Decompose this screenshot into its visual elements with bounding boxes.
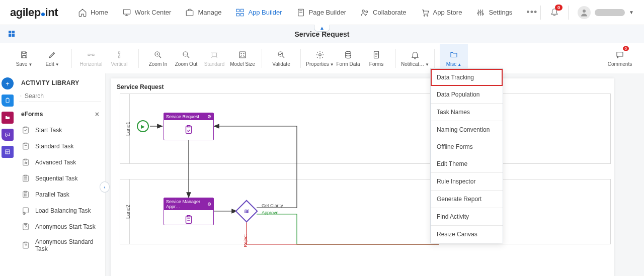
svg-point-13	[482, 13, 484, 15]
menu-data-population[interactable]: Data Population	[431, 86, 503, 103]
svg-point-29	[346, 51, 351, 54]
svg-rect-18	[12, 34, 15, 36]
layout-icon	[5, 149, 11, 155]
comments-badge: 0	[623, 46, 629, 51]
search-input[interactable]	[25, 93, 100, 100]
menu-find-activity[interactable]: Find Activity	[431, 208, 503, 225]
edit-button[interactable]: Edit▼	[38, 44, 66, 72]
task-service-request[interactable]: Service Request⚙	[164, 113, 214, 140]
collapse-sidebar-knob[interactable]: ‹	[100, 181, 110, 193]
menu-rule-inspector[interactable]: Rule Inspector	[431, 173, 503, 190]
toolbar-divider	[395, 49, 396, 68]
toolbar-divider	[71, 49, 72, 68]
people-icon	[360, 8, 369, 17]
svg-rect-16	[12, 31, 15, 33]
menu-resize-canvas[interactable]: Resize Canvas	[431, 226, 503, 243]
lib-item-standard-task[interactable]: Standard Task	[15, 138, 105, 154]
model-size-button[interactable]: Model Size	[228, 44, 257, 72]
rail-clipboard-button[interactable]	[2, 95, 14, 107]
comments-button[interactable]: 0 Comments	[606, 44, 634, 72]
svg-point-12	[480, 11, 481, 13]
zoom-in-icon	[153, 50, 163, 59]
nav-right: 0 ▼	[540, 6, 634, 20]
svg-point-33	[21, 96, 22, 97]
apps-icon	[235, 8, 245, 17]
nav-page-builder[interactable]: Page Builder	[296, 8, 346, 17]
nav-home[interactable]: Home	[78, 8, 108, 17]
rail-layout-button[interactable]	[2, 146, 14, 158]
misc-dropdown: Data Tracking Data Population Task Names…	[430, 68, 503, 243]
menu-generate-report[interactable]: Generate Report	[431, 191, 503, 208]
nav-work-center[interactable]: Work Center	[122, 8, 172, 17]
task-header: Service Request⚙	[164, 113, 213, 120]
monitor-icon	[122, 8, 131, 17]
diagram-title: Service Request	[111, 78, 614, 95]
rail-folder-button[interactable]	[2, 112, 14, 124]
task-body	[164, 210, 213, 229]
vertical-icon	[115, 50, 124, 59]
svg-point-7	[362, 10, 365, 12]
nav-app-store[interactable]: App Store	[421, 8, 462, 17]
task-body	[164, 120, 213, 139]
logo: agilepint	[10, 6, 58, 19]
gear-icon[interactable]: ⚙	[207, 114, 211, 119]
apps-grid-icon[interactable]	[8, 30, 16, 39]
logo-dot	[41, 13, 45, 16]
validate-button[interactable]: Validate	[267, 44, 295, 72]
notification-button[interactable]: Notificat…▼	[401, 44, 429, 72]
nav-manage[interactable]: Manage	[185, 8, 221, 17]
collapse-header-tab[interactable]: ▲	[314, 25, 330, 32]
library-category[interactable]: eForms ×	[15, 106, 105, 122]
lib-item-anonymous-standard-task[interactable]: Anonymous Standard Task	[15, 235, 105, 256]
nav-app-builder[interactable]: App Builder	[235, 8, 282, 17]
library-search[interactable]	[19, 90, 101, 102]
svg-rect-21	[119, 52, 120, 54]
comment-icon	[615, 50, 624, 59]
rail-chat-button[interactable]	[2, 129, 14, 141]
menu-edit-theme[interactable]: Edit Theme	[431, 155, 503, 172]
lib-item-start-task[interactable]: Start Task	[15, 122, 105, 138]
toolbar: Save▼ Edit▼ Horizontal Vertical Zoom In …	[0, 43, 644, 73]
canvas[interactable]: Service Request Lane1 Lane2 ▶	[111, 78, 614, 276]
svg-point-9	[424, 15, 425, 16]
database-icon	[344, 50, 353, 59]
nav-collaborate[interactable]: Collaborate	[360, 8, 407, 17]
forms-button[interactable]: Forms	[362, 44, 390, 72]
menu-task-names[interactable]: Task Names	[431, 104, 503, 121]
properties-button[interactable]: Properties▼	[306, 44, 334, 72]
menu-offline-forms[interactable]: Offline Forms	[431, 138, 503, 155]
notifications-button[interactable]: 0	[550, 7, 559, 18]
nav-app-builder-label: App Builder	[248, 9, 282, 16]
task-icon	[21, 174, 30, 183]
nav-more[interactable]: •••	[526, 7, 537, 18]
nav-settings[interactable]: Settings	[476, 8, 512, 17]
gear-icon	[315, 50, 325, 59]
task-service-manager-approval[interactable]: Service Manager Appr…⚙	[164, 198, 214, 225]
nav-page-builder-label: Page Builder	[309, 9, 346, 16]
lib-item-load-balancing-task[interactable]: Load Balancing Task	[15, 203, 105, 219]
clipboard-icon	[183, 214, 194, 225]
validate-icon	[277, 50, 286, 59]
close-icon[interactable]: ×	[95, 110, 99, 118]
chevron-down-icon: ▼	[629, 10, 634, 15]
save-button[interactable]: Save▼	[10, 44, 38, 72]
gear-icon[interactable]: ⚙	[207, 202, 211, 207]
svg-rect-15	[9, 31, 11, 33]
rail-add-button[interactable]: +	[2, 77, 14, 89]
lib-item-advanced-task[interactable]: Advanced Task	[15, 154, 105, 170]
menu-naming-convention[interactable]: Naming Convention	[431, 121, 503, 138]
toolbar-divider	[300, 49, 301, 68]
toolbar-divider	[434, 49, 435, 68]
lib-item-parallel-task[interactable]: Parallel Task	[15, 187, 105, 203]
start-node[interactable]: ▶	[137, 120, 149, 132]
canvas-area[interactable]: ‹ Service Request Lane1 Lane2	[106, 73, 644, 276]
lib-item-sequential-task[interactable]: Sequential Task	[15, 170, 105, 187]
menu-data-tracking[interactable]: Data Tracking	[431, 69, 503, 86]
top-nav: agilepint Home Work Center Manage App Bu…	[0, 0, 644, 25]
library-items: Start Task Standard Task Advanced Task S…	[15, 122, 105, 256]
form-data-button[interactable]: Form Data	[334, 44, 362, 72]
user-menu[interactable]: ▼	[578, 6, 634, 19]
lib-item-anonymous-start-task[interactable]: Anonymous Start Task	[15, 219, 105, 235]
zoom-in-button[interactable]: Zoom In	[144, 44, 172, 72]
zoom-out-button[interactable]: Zoom Out	[172, 44, 200, 72]
